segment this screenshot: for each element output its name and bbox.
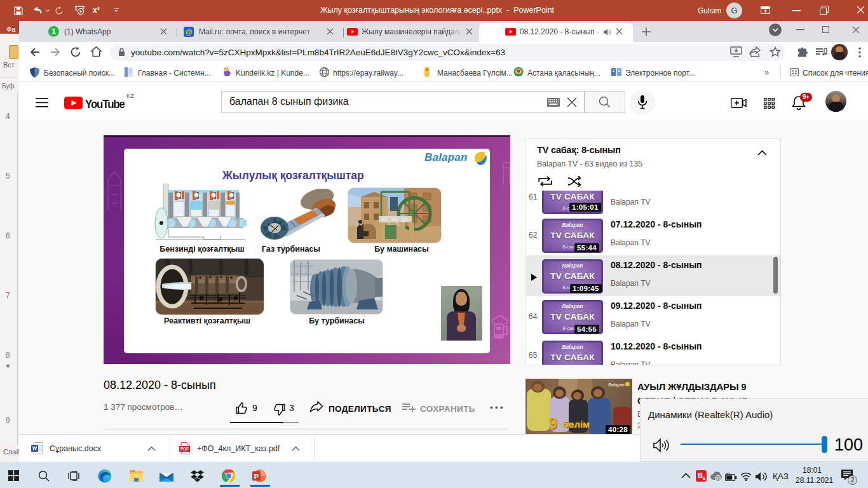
- svg-text:PDF: PDF: [180, 447, 189, 451]
- svg-text:P: P: [254, 473, 259, 480]
